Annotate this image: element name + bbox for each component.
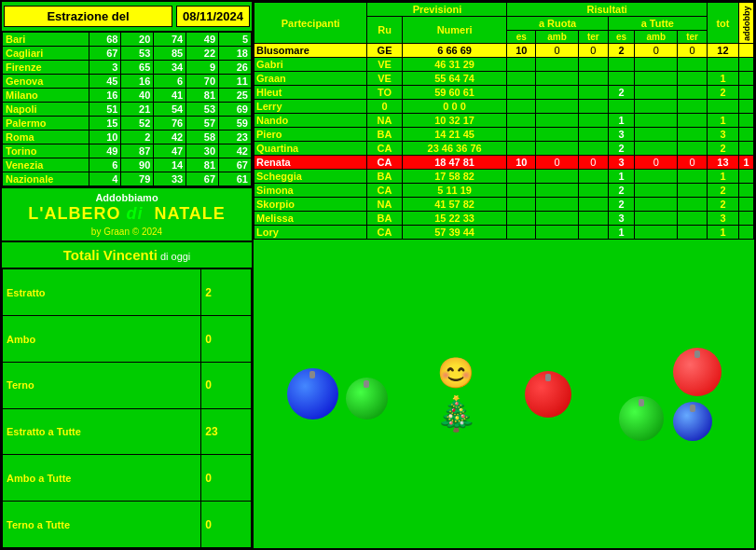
ru-cell: VE — [367, 72, 402, 86]
result-cell: 0 — [578, 142, 608, 156]
tot-cell: 13 — [707, 156, 738, 170]
participant-name: Gabri — [254, 58, 367, 72]
participant-name: Graan — [254, 72, 367, 86]
lotto-city: Palermo — [3, 117, 89, 131]
result-cell: 0 — [507, 226, 536, 240]
addobby-cell — [739, 100, 754, 114]
lotto-num: 61 — [219, 172, 252, 186]
ru-cell: CA — [367, 226, 402, 240]
lotto-num: 4 — [89, 172, 121, 186]
albero-text: L'ALBERO di NATALE — [7, 203, 246, 225]
lotto-num: 52 — [121, 117, 154, 131]
participant-name: Quartina — [254, 142, 367, 156]
lotto-num: 57 — [186, 117, 219, 131]
decoration-right — [619, 348, 722, 441]
participant-name: Piero — [254, 128, 367, 142]
result-cell: 0 — [507, 100, 536, 114]
num-cell: 23 46 36 76 — [402, 142, 507, 156]
decoration-center-left: 😊 🎄 — [435, 355, 477, 433]
result-cell: 0 — [578, 86, 608, 100]
th-numeri: Numeri — [402, 17, 507, 44]
addobby-cell — [739, 86, 754, 100]
totali-table: Estratto 2Ambo 0Terno 0Estratto a Tutte … — [2, 268, 252, 548]
lotto-num: 51 — [89, 103, 121, 117]
lotto-grid: Bari682074495Cagliari6753852218Firenze36… — [2, 32, 252, 186]
left-panel: Estrazione del 08/11/2024 Bari682074495C… — [2, 2, 254, 548]
result-cell: 0 — [678, 128, 708, 142]
result-cell: 0 — [635, 44, 678, 58]
result-cell: 0 — [678, 114, 708, 128]
participant-name: Lory — [254, 226, 367, 240]
result-cell: 0 — [507, 142, 536, 156]
lotto-num: 81 — [186, 158, 219, 172]
participant-name: Skorpio — [254, 198, 367, 212]
result-cell: 0 — [678, 156, 708, 170]
result-cell: 3 — [608, 128, 635, 142]
result-cell: 0 — [635, 198, 678, 212]
copyright-text: by Graan © 2024 — [7, 227, 246, 237]
result-cell: 0 — [635, 226, 678, 240]
addobby-cell — [739, 58, 754, 72]
result-cell: 1 — [608, 114, 635, 128]
totali-label: Terno — [3, 362, 201, 408]
th-ter1: ter — [578, 31, 608, 44]
addobby-cell — [739, 114, 754, 128]
ru-cell: 0 — [367, 100, 402, 114]
totali-label: Estratto — [3, 269, 201, 316]
result-cell: 0 — [635, 72, 678, 86]
result-cell: 0 — [678, 44, 708, 58]
balls-row-right — [619, 348, 722, 441]
results-table: Partecipanti Previsioni Risultati tot ad… — [254, 2, 754, 240]
tot-cell: 1 — [707, 114, 738, 128]
num-cell: 14 21 45 — [402, 128, 507, 142]
result-cell: 0 — [578, 198, 608, 212]
result-cell: 0 — [578, 128, 608, 142]
participant-name: Lerry — [254, 100, 367, 114]
result-cell: 0 — [578, 212, 608, 226]
result-cell: 0 — [507, 114, 536, 128]
lotto-num: 18 — [219, 47, 252, 61]
th-partecipanti: Partecipanti — [254, 3, 367, 44]
lotto-num: 20 — [121, 33, 154, 47]
result-cell: 0 — [578, 44, 608, 58]
th-es2: es — [608, 31, 635, 44]
lotto-num: 65 — [121, 61, 154, 75]
result-cell: 0 — [578, 114, 608, 128]
result-cell: 0 — [578, 170, 608, 184]
ru-cell: VE — [367, 58, 402, 72]
participant-name: Renata — [254, 156, 367, 170]
decoration-left — [287, 368, 388, 419]
result-cell: 0 — [608, 100, 635, 114]
result-cell: 0 — [536, 212, 579, 226]
result-cell: 1 — [608, 226, 635, 240]
ru-cell: CA — [367, 156, 402, 170]
result-cell: 0 — [507, 58, 536, 72]
result-cell: 0 — [536, 72, 579, 86]
result-cell: 0 — [536, 170, 579, 184]
result-cell: 0 — [678, 170, 708, 184]
lotto-num: 40 — [121, 89, 154, 103]
estrazione-date: 08/11/2024 — [176, 6, 250, 27]
tot-cell: 1 — [707, 226, 738, 240]
lotto-num: 15 — [89, 117, 121, 131]
lotto-num: 67 — [89, 47, 121, 61]
ru-cell: CA — [367, 142, 402, 156]
tot-cell: 1 — [707, 170, 738, 184]
participant-name: Hleut — [254, 86, 367, 100]
result-cell: 0 — [678, 86, 708, 100]
th-es1: es — [507, 31, 536, 44]
result-cell: 0 — [678, 58, 708, 72]
result-cell: 0 — [578, 72, 608, 86]
addobby-cell — [739, 226, 754, 240]
lotto-num: 68 — [89, 33, 121, 47]
balls-row-center — [525, 371, 571, 418]
result-cell: 0 — [578, 184, 608, 198]
lotto-num: 70 — [186, 75, 219, 89]
participant-name: Simona — [254, 184, 367, 198]
lotto-num: 41 — [154, 89, 186, 103]
result-cell: 0 — [635, 114, 678, 128]
ru-cell: CA — [367, 184, 402, 198]
right-panel: Partecipanti Previsioni Risultati tot ad… — [254, 2, 754, 548]
result-cell: 0 — [536, 226, 579, 240]
tot-cell: 2 — [707, 86, 738, 100]
